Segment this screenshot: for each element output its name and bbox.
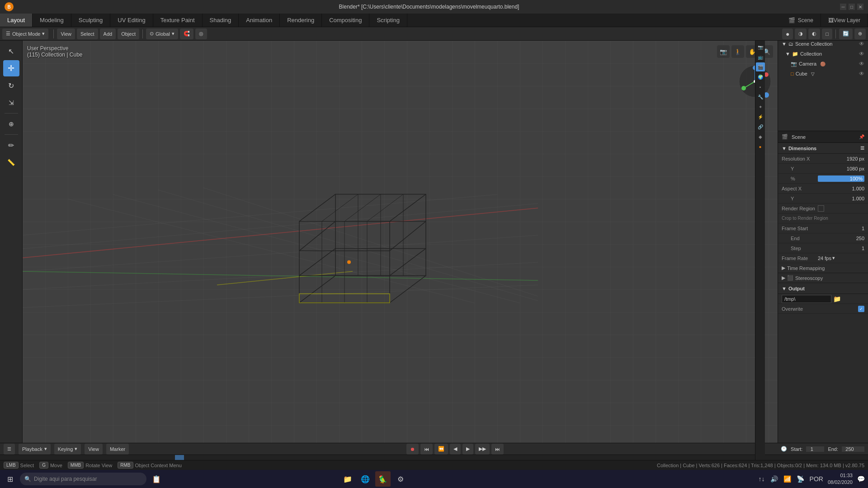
cube-visibility-icon[interactable]: 👁: [859, 71, 864, 77]
add-menu[interactable]: Add: [100, 28, 116, 39]
chrome-btn[interactable]: 🌐: [358, 471, 373, 487]
playback-menu[interactable]: Playback ▾: [19, 444, 51, 455]
marker-menu[interactable]: Marker: [106, 444, 129, 455]
lang-icon[interactable]: POR: [809, 474, 824, 483]
transform-tool[interactable]: ⊕: [3, 116, 19, 132]
tab-compositing[interactable]: Compositing: [322, 14, 369, 27]
tab-uv-editing[interactable]: UV Editing: [110, 14, 153, 27]
viewport-shading-solid[interactable]: ●: [782, 28, 793, 39]
jump-start-btn[interactable]: ⏮: [420, 444, 433, 455]
constraints-props-icon[interactable]: 🔗: [756, 122, 765, 131]
end-frame-input[interactable]: [842, 446, 864, 452]
select-menu[interactable]: Select: [77, 28, 98, 39]
viewport-3d[interactable]: User Perspective (115) Collection | Cube…: [23, 41, 778, 461]
notifications-icon[interactable]: 💬: [856, 474, 866, 483]
move-tool[interactable]: ✛: [3, 60, 19, 76]
world-props-icon[interactable]: 🌍: [756, 72, 765, 81]
snap-btn[interactable]: 🧲: [180, 28, 193, 39]
overwrite-toggle[interactable]: ✓: [858, 306, 864, 312]
prev-frame-btn[interactable]: ◀: [450, 444, 461, 455]
outliner-cube[interactable]: □ Cube ▽ 👁: [778, 69, 868, 79]
view-menu[interactable]: View: [57, 28, 75, 39]
settings-btn[interactable]: ⚙: [393, 471, 408, 487]
close-button[interactable]: ✕: [857, 4, 863, 10]
window-controls[interactable]: ─ □ ✕: [840, 4, 863, 10]
percent-value[interactable]: 100%: [818, 175, 864, 182]
gizmo-btn[interactable]: 🔄: [839, 28, 853, 39]
cursor-tool[interactable]: ↖: [3, 43, 19, 59]
tab-layout[interactable]: Layout: [0, 14, 33, 27]
collection-visibility-icon[interactable]: 👁: [859, 51, 864, 57]
tab-texture-paint[interactable]: Texture Paint: [153, 14, 203, 27]
aspect-x-value[interactable]: 1.000: [818, 186, 864, 191]
end-value[interactable]: 250: [818, 236, 864, 241]
res-x-value[interactable]: 1920 px: [818, 156, 864, 161]
stereoscopy-section[interactable]: ▶ ⬛ Stereoscopy: [778, 273, 868, 283]
frame-start-value[interactable]: 1: [818, 226, 864, 231]
system-clock[interactable]: 01:33 08/02/2020: [828, 472, 853, 486]
play-btn[interactable]: ▶: [462, 444, 473, 455]
viewport-shading-rendered[interactable]: ◐: [808, 28, 820, 39]
output-props-icon[interactable]: 📺: [756, 52, 765, 62]
walk-btn[interactable]: 🚶: [731, 45, 744, 58]
rotate-tool[interactable]: ↻: [3, 77, 19, 94]
props-pin-icon[interactable]: 📌: [859, 134, 864, 139]
minimize-button[interactable]: ─: [840, 4, 846, 10]
data-props-icon[interactable]: ◆: [756, 132, 765, 141]
render-region-check[interactable]: [818, 205, 864, 212]
file-explorer-btn[interactable]: 📁: [340, 471, 355, 487]
camera-visibility-icon[interactable]: 👁: [859, 61, 864, 67]
maximize-button[interactable]: □: [849, 4, 855, 10]
wifi-icon[interactable]: 📡: [796, 474, 805, 483]
step-value[interactable]: 1: [818, 246, 864, 251]
start-frame-input[interactable]: [806, 446, 824, 452]
tab-shading[interactable]: Shading: [203, 14, 239, 27]
tab-view-layer[interactable]: 🖼 View Layer: [821, 14, 868, 27]
perspective-btn[interactable]: 📷: [717, 45, 730, 58]
tab-rendering[interactable]: Rendering: [280, 14, 322, 27]
outliner-camera[interactable]: 📷 Camera 🟤 👁: [778, 59, 868, 69]
object-menu[interactable]: Object: [118, 28, 139, 39]
timeline-view-menu[interactable]: View: [85, 444, 103, 455]
overwrite-check[interactable]: ✓: [858, 306, 864, 312]
scale-tool[interactable]: ⇲: [3, 95, 19, 111]
material-props-icon[interactable]: ●: [756, 142, 765, 151]
overlay-btn[interactable]: ⊕: [854, 28, 866, 39]
aspect-y-value[interactable]: 1.000: [818, 196, 864, 201]
tab-scripting[interactable]: Scripting: [369, 14, 407, 27]
viewport-shading-wireframe[interactable]: □: [822, 28, 832, 39]
outliner-collection[interactable]: ▼ 📁 Collection 👁: [778, 49, 868, 59]
time-remapping-section[interactable]: ▶ Time Remapping: [778, 263, 868, 273]
taskbar-search[interactable]: 🔍 Digite aqui para pesquisar: [20, 473, 146, 485]
pivot-selector[interactable]: ⊙ Global ▾: [146, 28, 178, 39]
measure-tool[interactable]: 📏: [3, 154, 19, 171]
object-props-icon[interactable]: ▪: [756, 82, 765, 91]
prev-key-btn[interactable]: ⏪: [434, 444, 448, 455]
annotate-tool[interactable]: ✏: [3, 137, 19, 153]
render-props-icon[interactable]: 📷: [756, 43, 765, 52]
browse-output-icon[interactable]: 📁: [833, 295, 841, 303]
start-button[interactable]: ⊞: [2, 471, 18, 487]
output-path-input[interactable]: [782, 295, 831, 303]
dimensions-section[interactable]: ▼ Dimensions ☰: [778, 143, 868, 154]
frame-rate-value[interactable]: 24 fps ▾: [818, 255, 864, 261]
dims-list-icon[interactable]: ☰: [860, 146, 864, 151]
physics-props-icon[interactable]: ⚡: [756, 112, 765, 121]
keying-menu[interactable]: Keying ▾: [54, 444, 81, 455]
mode-selector[interactable]: ☰ Object Mode ▾: [2, 28, 48, 39]
bluetooth-icon[interactable]: 📶: [783, 474, 792, 483]
network-tray-icon[interactable]: ↑↓: [758, 474, 766, 483]
particles-props-icon[interactable]: ✦: [756, 102, 765, 111]
tab-animation[interactable]: Animation: [239, 14, 280, 27]
output-section-title[interactable]: ▼ Output: [778, 283, 868, 294]
task-view-button[interactable]: 📋: [149, 471, 164, 487]
jump-end-btn[interactable]: ⏭: [491, 444, 504, 455]
modifier-props-icon[interactable]: 🔧: [756, 92, 765, 101]
tab-scene[interactable]: 🎬 Scene: [781, 14, 821, 27]
frame-rate-dropdown[interactable]: ▾: [832, 255, 835, 261]
render-region-checkbox[interactable]: [818, 205, 824, 212]
res-y-value[interactable]: 1080 px: [818, 166, 864, 171]
timeline-view-btn[interactable]: ☰: [4, 444, 15, 455]
scene-props-icon[interactable]: 🎬: [756, 62, 765, 71]
next-frame-btn[interactable]: ▶▶: [475, 444, 490, 455]
